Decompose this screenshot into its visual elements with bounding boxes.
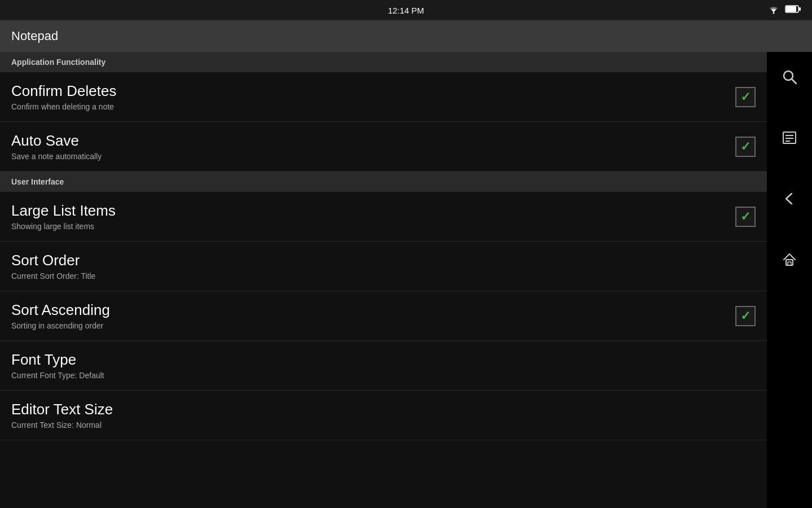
setting-item-sort-ascending[interactable]: Sort AscendingSorting in ascending order…	[0, 291, 767, 341]
setting-item-editor-text-size[interactable]: Editor Text SizeCurrent Text Size: Norma…	[0, 391, 767, 440]
setting-title-sort-order: Sort Order	[11, 252, 756, 269]
setting-subtitle-confirm-deletes: Confirm when deleting a note	[11, 102, 735, 111]
status-bar: 12:14 PM	[0, 0, 812, 20]
setting-item-auto-save[interactable]: Auto SaveSave a note automatically✓	[0, 122, 767, 172]
setting-subtitle-large-list-items: Showing large list items	[11, 222, 735, 231]
status-time: 12:14 PM	[388, 6, 424, 15]
wifi-icon	[767, 4, 780, 16]
setting-item-font-type[interactable]: Font TypeCurrent Font Type: Default	[0, 341, 767, 391]
settings-list: Application FunctionalityConfirm Deletes…	[0, 52, 767, 508]
checkbox-large-list-items[interactable]: ✓	[735, 207, 756, 227]
setting-subtitle-sort-order: Current Sort Order: Title	[11, 271, 756, 281]
setting-text-sort-ascending: Sort AscendingSorting in ascending order	[11, 301, 735, 330]
setting-title-font-type: Font Type	[11, 351, 756, 369]
checkmark-auto-save: ✓	[740, 141, 751, 153]
setting-title-confirm-deletes: Confirm Deletes	[11, 82, 735, 100]
setting-text-font-type: Font TypeCurrent Font Type: Default	[11, 351, 756, 380]
checkmark-sort-ascending: ✓	[740, 310, 751, 322]
checkbox-sort-ascending[interactable]: ✓	[735, 306, 756, 326]
setting-text-confirm-deletes: Confirm DeletesConfirm when deleting a n…	[11, 82, 735, 111]
setting-title-sort-ascending: Sort Ascending	[11, 301, 735, 319]
setting-text-editor-text-size: Editor Text SizeCurrent Text Size: Norma…	[11, 401, 756, 430]
home-icon[interactable]	[776, 246, 803, 273]
svg-point-0	[773, 12, 775, 14]
svg-rect-10	[786, 260, 793, 265]
checkmark-confirm-deletes: ✓	[740, 91, 751, 103]
svg-line-5	[792, 79, 796, 84]
app-title: Notepad	[11, 29, 58, 43]
setting-text-auto-save: Auto SaveSave a note automatically	[11, 132, 735, 161]
svg-rect-3	[786, 6, 796, 12]
setting-item-confirm-deletes[interactable]: Confirm DeletesConfirm when deleting a n…	[0, 72, 767, 122]
setting-title-editor-text-size: Editor Text Size	[11, 401, 756, 418]
setting-subtitle-font-type: Current Font Type: Default	[11, 371, 756, 380]
setting-item-large-list-items[interactable]: Large List ItemsShowing large list items…	[0, 192, 767, 242]
status-icons	[767, 4, 801, 16]
svg-rect-2	[799, 7, 801, 11]
setting-item-sort-order[interactable]: Sort OrderCurrent Sort Order: Title	[0, 242, 767, 291]
checkmark-large-list-items: ✓	[740, 211, 751, 223]
setting-subtitle-auto-save: Save a note automatically	[11, 152, 735, 161]
search-icon[interactable]	[776, 63, 803, 90]
setting-title-auto-save: Auto Save	[11, 132, 735, 150]
checkbox-confirm-deletes[interactable]: ✓	[735, 87, 756, 107]
setting-subtitle-editor-text-size: Current Text Size: Normal	[11, 421, 756, 430]
notes-icon[interactable]	[776, 124, 803, 151]
section-header-application-functionality: Application Functionality	[0, 52, 767, 72]
setting-text-large-list-items: Large List ItemsShowing large list items	[11, 202, 735, 231]
setting-title-large-list-items: Large List Items	[11, 202, 735, 220]
content-area: Application FunctionalityConfirm Deletes…	[0, 52, 812, 508]
section-header-user-interface: User Interface	[0, 172, 767, 192]
right-sidebar	[767, 52, 812, 508]
battery-icon	[785, 5, 801, 16]
setting-text-sort-order: Sort OrderCurrent Sort Order: Title	[11, 252, 756, 281]
back-icon[interactable]	[776, 185, 803, 212]
checkbox-auto-save[interactable]: ✓	[735, 137, 756, 157]
setting-subtitle-sort-ascending: Sorting in ascending order	[11, 321, 735, 330]
title-bar: Notepad	[0, 20, 812, 52]
